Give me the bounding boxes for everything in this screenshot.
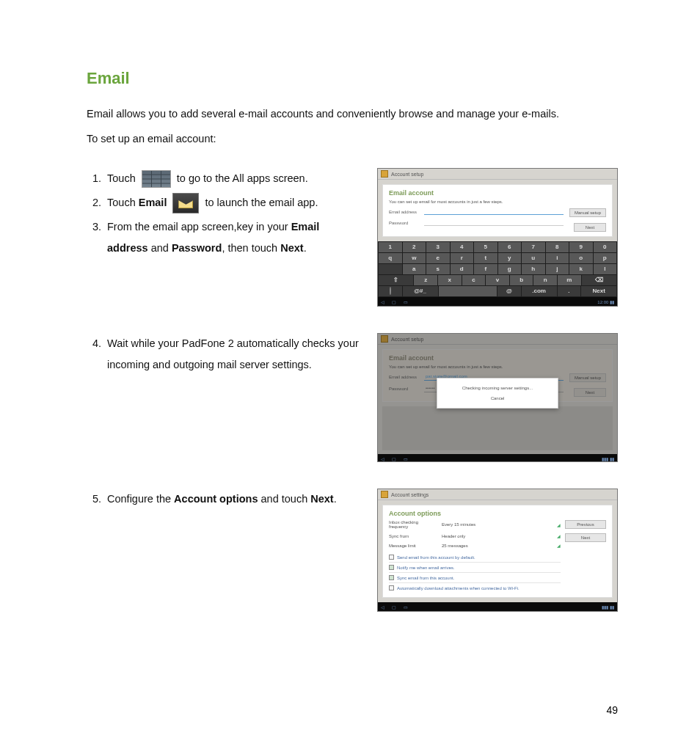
modal-message: Checking incoming server settings... <box>445 386 550 390</box>
password-label: Password <box>389 387 420 391</box>
system-navbar: ◁ ▢ ▭ ▮▮▮ ▮▮ <box>378 602 617 611</box>
step-3: 3. From the email app screen,key in your… <box>87 216 362 259</box>
key-Next[interactable]: Next <box>581 286 616 296</box>
key-5[interactable]: 5 <box>474 242 497 252</box>
screenshot-email-setup-keyboard: Account setup Email account You can set … <box>377 168 618 307</box>
key-u[interactable]: u <box>522 253 545 263</box>
recent-icon[interactable]: ▭ <box>404 456 408 461</box>
next-button[interactable]: Next <box>574 223 606 232</box>
window-title: Account setup <box>391 337 423 342</box>
panel-sub: You can set up email for most accounts i… <box>389 200 606 204</box>
home-icon[interactable]: ▢ <box>392 456 396 461</box>
key-4[interactable]: 4 <box>451 242 474 252</box>
key-m[interactable]: m <box>558 275 581 285</box>
onscreen-keyboard[interactable]: 1234567890 qwertyuiop asdfghjkl ⇧zxcvbnm… <box>378 241 617 297</box>
window-title: Account settings <box>391 492 429 497</box>
key-r[interactable]: r <box>451 253 474 263</box>
manual-setup-button[interactable]: Manual setup <box>569 373 606 382</box>
key-7[interactable]: 7 <box>522 242 545 252</box>
key-at[interactable]: @ <box>497 286 521 296</box>
key-g[interactable]: g <box>498 264 522 274</box>
step5-b: Account options <box>174 493 258 505</box>
key-⌫[interactable]: ⌫ <box>582 275 616 285</box>
opt-msg-limit[interactable]: Message limit25 messages◢ <box>389 543 561 548</box>
step3-e: , then touch <box>222 242 280 254</box>
step3-d: Password <box>172 242 222 254</box>
globe-icon[interactable] <box>379 286 402 296</box>
step3-a: From the email app screen,key in your <box>107 221 291 233</box>
key-y[interactable]: y <box>498 253 522 263</box>
key-space[interactable] <box>439 286 497 296</box>
chk-sync-email[interactable]: Sync email from this account. <box>389 573 561 583</box>
panel-sub: You can set up email for most accounts i… <box>389 365 606 369</box>
key-8[interactable]: 8 <box>546 242 569 252</box>
key-n[interactable]: n <box>533 275 557 285</box>
step-1: 1. Touch to go to the All apps screen. <box>87 168 362 189</box>
modal-cancel-button[interactable]: Cancel <box>445 396 550 401</box>
key-s[interactable]: s <box>426 264 450 274</box>
key-i[interactable]: i <box>546 253 569 263</box>
key-z[interactable]: z <box>414 275 437 285</box>
step2-text-c: to launch the email app. <box>205 197 318 208</box>
recent-icon[interactable]: ▭ <box>404 604 408 610</box>
chk-auto-download[interactable]: Automatically download attachments when … <box>389 583 561 593</box>
system-navbar: ◁ ▢ ▭ 12:00 ▮▮ <box>378 297 617 306</box>
recent-icon[interactable]: ▭ <box>404 299 408 304</box>
key-1[interactable]: 1 <box>379 242 402 252</box>
chk-default-account[interactable]: Send email from this account by default. <box>389 552 561 563</box>
key-d[interactable]: d <box>451 264 474 274</box>
email-app-icon <box>172 193 199 213</box>
key-l[interactable]: l <box>594 264 617 274</box>
key-⇧[interactable]: ⇧ <box>379 275 413 285</box>
key-.[interactable]: . <box>558 286 581 296</box>
next-button[interactable]: Next <box>565 533 606 542</box>
dropdown-icon: ◢ <box>557 543 561 548</box>
key-0[interactable]: 0 <box>594 242 617 252</box>
home-icon[interactable]: ▢ <box>392 299 396 304</box>
key-@#_[interactable]: @#_ <box>403 286 438 296</box>
key-w[interactable]: w <box>403 253 426 263</box>
key-e[interactable]: e <box>426 253 450 263</box>
previous-button[interactable]: Previous <box>565 520 606 529</box>
back-icon[interactable]: ◁ <box>381 456 384 461</box>
key-v[interactable]: v <box>486 275 509 285</box>
app-icon <box>381 335 388 343</box>
next-button[interactable]: Next <box>574 388 606 397</box>
step5-c: and touch <box>258 493 310 505</box>
key-9[interactable]: 9 <box>569 242 593 252</box>
key-j[interactable]: j <box>546 264 569 274</box>
opt-sync-from[interactable]: Sync fromHeader only◢ <box>389 533 561 538</box>
back-icon[interactable]: ◁ <box>381 299 384 304</box>
key-q[interactable]: q <box>379 253 402 263</box>
key-o[interactable]: o <box>569 253 593 263</box>
key-x[interactable]: x <box>438 275 462 285</box>
step-2: 2. Touch Email to launch the email app. <box>87 192 362 213</box>
step1-text-b: to go to the All apps screen. <box>177 172 308 184</box>
key-h[interactable]: h <box>522 264 545 274</box>
key-enter[interactable] <box>379 264 402 274</box>
email-input[interactable] <box>424 208 564 215</box>
key-2[interactable]: 2 <box>403 242 426 252</box>
clock-text: 12:00 <box>597 300 608 304</box>
page-number: 49 <box>606 704 618 716</box>
app-icon <box>381 170 388 178</box>
password-input[interactable] <box>424 219 564 226</box>
key-f[interactable]: f <box>474 264 497 274</box>
home-icon[interactable]: ▢ <box>392 604 396 610</box>
back-icon[interactable]: ◁ <box>381 604 384 610</box>
step5-d: Next <box>310 493 333 505</box>
key-b[interactable]: b <box>510 275 533 285</box>
chk-notify[interactable]: Notify me when email arrives. <box>389 563 561 573</box>
key-.com[interactable]: .com <box>522 286 557 296</box>
key-t[interactable]: t <box>474 253 497 263</box>
opt-frequency[interactable]: Inbox checking frequencyEvery 15 minutes… <box>389 520 561 529</box>
step3-f: Next <box>280 242 303 254</box>
key-a[interactable]: a <box>403 264 426 274</box>
key-6[interactable]: 6 <box>498 242 522 252</box>
email-label: Email address <box>389 210 420 214</box>
key-k[interactable]: k <box>569 264 593 274</box>
key-3[interactable]: 3 <box>426 242 450 252</box>
key-p[interactable]: p <box>594 253 617 263</box>
manual-setup-button[interactable]: Manual setup <box>569 208 606 217</box>
key-c[interactable]: c <box>462 275 486 285</box>
